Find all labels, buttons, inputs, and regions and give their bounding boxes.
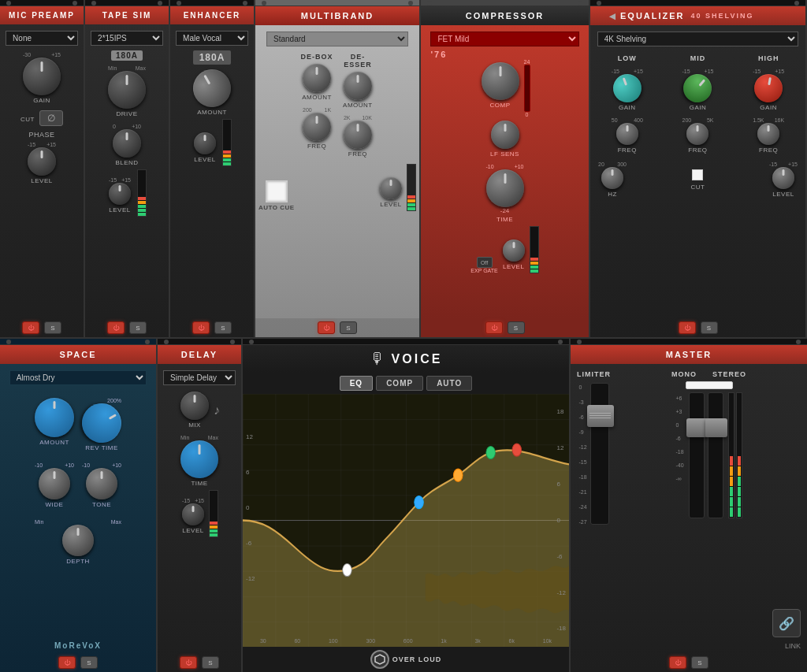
tape-level-knob[interactable] <box>109 183 131 205</box>
space-s-btn[interactable]: S <box>80 656 98 669</box>
exp-gate-off[interactable]: Off <box>477 257 493 268</box>
delay-power-btn[interactable]: ⏻ <box>180 656 197 669</box>
compressor-dropdown[interactable]: FET Mild <box>430 32 578 46</box>
eq-hz-knob[interactable] <box>601 167 623 189</box>
eq-low-gain-knob[interactable] <box>609 70 645 106</box>
phase-button[interactable]: ∅ <box>39 110 63 126</box>
right-scale: +6 +3 0 -6 -18 -40 -∞ <box>675 392 683 481</box>
mic-preamp-dropdown[interactable]: None <box>6 31 78 46</box>
wide-knob[interactable] <box>39 468 70 499</box>
note-icon[interactable]: ♪ <box>214 403 220 418</box>
depth-knob[interactable] <box>62 525 94 556</box>
eq-level-knob[interactable] <box>772 167 794 189</box>
level-knob[interactable] <box>28 147 56 176</box>
mix-knob[interactable] <box>180 392 209 420</box>
vu-seg-1 <box>138 213 146 216</box>
space-dropdown[interactable]: Almost Dry <box>9 370 147 385</box>
vu-y2 <box>730 466 733 476</box>
eq-high-gain-knob[interactable] <box>752 72 785 105</box>
tab-comp[interactable]: COMP <box>376 376 423 391</box>
vu-g1r <box>738 507 741 517</box>
auto-cue-button[interactable] <box>266 180 288 202</box>
multiband-s-btn[interactable]: S <box>340 321 357 334</box>
eq-high-gain-label: GAIN <box>760 104 777 111</box>
lf-sens-label: LF SENS <box>490 150 519 158</box>
comp-level-knob[interactable] <box>503 239 525 262</box>
eq-arrow: ◀ <box>609 12 617 20</box>
tape-sim-power-btn[interactable]: ⏻ <box>107 321 125 334</box>
enhancer-level-knob[interactable] <box>194 132 216 154</box>
rev-time-container: 200% REV TIME <box>82 398 121 451</box>
multiband-level-container: LEVEL <box>380 177 402 208</box>
delay-dropdown[interactable]: Simple Delay <box>163 370 236 385</box>
space-power-btn[interactable]: ⏻ <box>58 656 76 669</box>
delay-time-knob[interactable] <box>180 440 218 478</box>
deesser-freq-knob[interactable] <box>344 121 372 149</box>
tab-auto[interactable]: AUTO <box>426 376 472 391</box>
faders-area: +6 +3 0 -6 -18 -40 -∞ <box>675 392 742 518</box>
master-s-btn[interactable]: S <box>691 656 708 669</box>
blend-knob[interactable] <box>113 129 141 158</box>
right-fader-handle[interactable] <box>705 418 727 437</box>
limiter-fader-handle[interactable] <box>587 405 614 427</box>
multiband-power-btn[interactable]: ⏻ <box>318 321 335 334</box>
tape-sim-s-btn[interactable]: S <box>129 321 147 334</box>
multiband-power-row: ⏻ S <box>255 318 419 337</box>
eq-level-range: -15+15 <box>769 162 798 167</box>
mic-preamp-s-btn[interactable]: S <box>44 321 61 334</box>
mic-preamp-power-btn[interactable]: ⏻ <box>22 321 39 334</box>
eq-mid-gain-knob[interactable] <box>678 69 718 109</box>
comp-knob[interactable] <box>482 62 519 100</box>
compressor-s-btn[interactable]: S <box>508 321 525 334</box>
deesser-amount-knob[interactable] <box>344 72 372 100</box>
eq-point-1[interactable] <box>343 564 352 577</box>
eq-low-freq-knob[interactable] <box>616 123 638 145</box>
rev-time-label: REV TIME <box>85 444 118 451</box>
comp-time-knob[interactable] <box>486 169 524 207</box>
delay-s-btn[interactable]: S <box>202 656 219 669</box>
master-power-btn[interactable]: ⏻ <box>669 656 686 669</box>
enhancer-dropdown[interactable]: Male Vocal <box>176 31 248 46</box>
vu-seg-4 <box>530 258 538 261</box>
eq-dropdown[interactable]: 4K Shelving <box>597 32 799 46</box>
link-button[interactable]: 🔗 <box>772 609 801 637</box>
drive-knob[interactable] <box>108 71 146 109</box>
mic-preamp-panel: MIC PREAMP None -30 +15 GAIN CUT <box>0 0 85 337</box>
eq-point-5[interactable] <box>486 446 496 459</box>
multiband-dropdown[interactable]: Standard <box>266 32 408 46</box>
eq-point-2[interactable] <box>415 496 424 509</box>
db-scale-left: 12 6 0 -6 -12 <box>246 419 255 596</box>
enhancer-power-btn[interactable]: ⏻ <box>192 321 210 334</box>
comp-level-container: LEVEL <box>503 239 525 270</box>
delay-level-knob[interactable] <box>182 503 204 525</box>
limiter-fader-track <box>590 383 609 525</box>
eq-high-freq-container: 1.5K16K FREQ <box>753 117 784 154</box>
mono-stereo-labels: MONO STEREO <box>671 370 746 378</box>
lf-sens-knob[interactable] <box>491 121 519 149</box>
enhancer-s-btn[interactable]: S <box>214 321 232 334</box>
eq-cut-checkbox[interactable] <box>692 169 703 180</box>
eq-mid-freq-knob[interactable] <box>686 123 708 145</box>
tape-sim-dropdown[interactable]: 2*15IPS <box>91 31 163 46</box>
eq-cut-section: CUT <box>691 169 705 191</box>
debox-amount-knob[interactable] <box>303 64 331 92</box>
eq-s-btn[interactable]: S <box>701 321 718 334</box>
debox-freq-knob[interactable] <box>303 113 331 141</box>
tab-eq[interactable]: EQ <box>340 376 373 391</box>
eq-power-btn[interactable]: ⏻ <box>679 321 696 334</box>
eq-high-freq-knob[interactable] <box>757 123 779 145</box>
enhancer-amount-knob[interactable] <box>186 62 238 114</box>
compressor-power-btn[interactable]: ⏻ <box>485 321 503 334</box>
multiband-level-knob[interactable] <box>380 177 402 199</box>
tone-knob[interactable] <box>86 468 117 499</box>
rev-time-knob[interactable] <box>75 396 128 450</box>
eq-point-3[interactable] <box>453 469 463 481</box>
gain-knob[interactable] <box>23 58 61 95</box>
amount-knob[interactable] <box>35 398 74 437</box>
vu-r1 <box>730 456 733 466</box>
overloud-text: OVER LOUD <box>392 655 442 663</box>
eq-point-4[interactable] <box>512 444 522 456</box>
gain-min: -30 <box>23 52 31 58</box>
left-fader-track <box>689 392 705 518</box>
eq-mid-freq-container: 2005K FREQ <box>682 117 713 154</box>
